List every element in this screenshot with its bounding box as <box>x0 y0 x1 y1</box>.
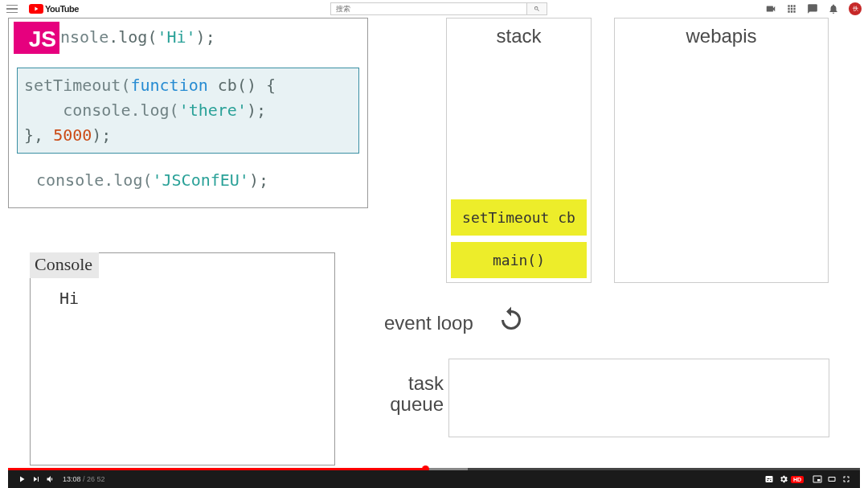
code-panel: JS nsole.log('Hi'); setTimeout(function … <box>8 18 368 208</box>
search-input[interactable] <box>330 2 527 15</box>
fullscreen-button[interactable] <box>839 472 854 486</box>
subtitles-button[interactable] <box>762 472 776 486</box>
player-controls: 13:08 / 26 52 HD <box>8 470 860 488</box>
youtube-play-icon <box>29 4 43 14</box>
code-hl-line-2: console.log('there'); <box>24 98 352 123</box>
code-hl-line-3: }, 5000); <box>24 123 352 148</box>
hd-badge: HD <box>791 476 804 483</box>
code-content: nsole.log('Hi'); setTimeout(function cb(… <box>9 18 367 207</box>
console-title: Console <box>30 252 99 278</box>
miniplayer-button[interactable] <box>810 472 825 486</box>
youtube-logo[interactable]: YouTube <box>29 4 79 14</box>
messages-icon[interactable] <box>807 3 818 14</box>
youtube-topbar: YouTube 佚 <box>0 0 868 18</box>
webapis-title: webapis <box>686 18 756 282</box>
volume-button[interactable] <box>43 472 58 486</box>
webapis-panel: webapis <box>614 18 829 283</box>
apps-icon[interactable] <box>786 3 797 14</box>
code-hl-line-1: setTimeout(function cb() { <box>24 73 352 98</box>
event-loop-icon <box>497 306 526 334</box>
stack-frame: main() <box>451 242 587 278</box>
video-content: JS nsole.log('Hi'); setTimeout(function … <box>8 18 860 470</box>
settings-button[interactable] <box>776 472 791 486</box>
next-button[interactable] <box>29 472 43 486</box>
avatar[interactable]: 佚 <box>849 2 862 15</box>
stack-items: setTimeout cb main() <box>447 195 591 282</box>
search-container <box>330 2 547 15</box>
code-highlight-block: setTimeout(function cb() { console.log('… <box>17 68 359 154</box>
notifications-icon[interactable] <box>828 3 839 14</box>
task-queue-label: task queue <box>383 373 444 416</box>
js-badge: JS <box>14 22 59 54</box>
time-display: 13:08 / 26 52 <box>63 475 105 483</box>
create-icon[interactable] <box>765 3 776 14</box>
hamburger-icon[interactable] <box>6 2 21 16</box>
play-button[interactable] <box>14 472 29 486</box>
youtube-logo-text: YouTube <box>45 4 79 14</box>
task-queue-panel <box>448 359 829 437</box>
search-button[interactable] <box>527 2 547 15</box>
search-icon <box>534 6 540 12</box>
code-line-1: nsole.log('Hi'); <box>60 25 359 50</box>
stack-frame: setTimeout cb <box>451 199 587 236</box>
topbar-right-icons: 佚 <box>765 2 862 15</box>
event-loop-label: event loop <box>384 312 473 334</box>
console-panel: Console Hi <box>30 252 335 465</box>
theater-button[interactable] <box>825 472 839 486</box>
code-line-5: console.log('JSConfEU'); <box>36 168 359 193</box>
stack-title: stack <box>496 18 541 47</box>
stack-panel: stack setTimeout cb main() <box>446 18 592 283</box>
